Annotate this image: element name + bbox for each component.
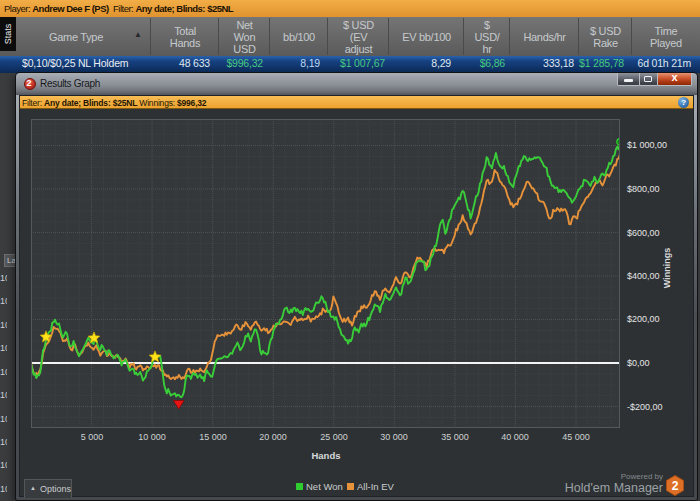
svg-text:2: 2 <box>672 479 679 493</box>
